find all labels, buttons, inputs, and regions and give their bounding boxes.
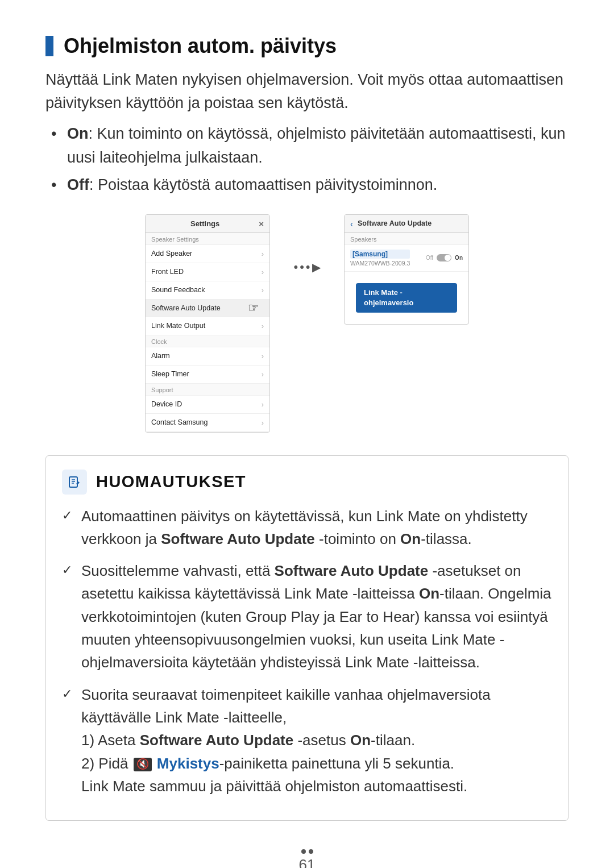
intro-text: Näyttää Link Maten nykyisen ohjelmaversi… <box>45 68 569 114</box>
bullet-on-label: On <box>67 125 89 142</box>
settings-item-label: Software Auto Update <box>151 304 221 312</box>
settings-item-label: Alarm <box>151 352 170 360</box>
settings-item-label: Sound Feedback <box>151 286 205 294</box>
toggle-off-label: Off <box>426 255 433 261</box>
hand-pointer-icon: ☞ <box>248 301 259 315</box>
settings-item-label: Device ID <box>151 400 182 408</box>
note-text: Suorita seuraavat toimenpiteet kaikille … <box>81 686 491 795</box>
update-device-info: [Samsung] WAM270WWB-2009.3 <box>350 250 410 267</box>
settings-speaker-section: Speaker Settings <box>146 233 269 245</box>
toggle-on-label: On <box>455 255 463 261</box>
back-button[interactable]: ‹ <box>350 219 353 229</box>
update-device-row: [Samsung] WAM270WWB-2009.3 Off On <box>345 245 468 272</box>
chevron-right-icon: › <box>262 352 264 360</box>
page-footer: 61 <box>45 849 569 868</box>
arrow-connector: • • • ▶ <box>287 214 327 275</box>
link-mate-tooltip: Link Mate -ohjelmaversio <box>356 283 457 313</box>
settings-item-contact-samsung[interactable]: Contact Samsung › <box>146 414 269 432</box>
note-bold: On <box>419 585 439 602</box>
notes-title: HUOMAUTUKSET <box>96 472 246 491</box>
chevron-right-icon: › <box>262 268 264 276</box>
chevron-right-icon: › <box>262 250 264 258</box>
settings-close-button[interactable]: × <box>259 219 264 229</box>
bullet-off-label: Off <box>67 176 89 193</box>
settings-item-alarm[interactable]: Alarm › <box>146 347 269 366</box>
page-number: 61 <box>299 856 316 868</box>
note-item-1: Automaattinen päivitys on käytettävissä,… <box>62 505 552 551</box>
notes-icon <box>62 470 87 495</box>
section-heading: Ohjelmiston autom. päivitys <box>45 34 569 58</box>
tooltip-container: Link Mate -ohjelmaversio <box>345 272 468 324</box>
settings-item-label: Front LED <box>151 268 184 276</box>
settings-item-front-led[interactable]: Front LED › <box>146 263 269 281</box>
settings-item-label: Add Speaker <box>151 250 192 258</box>
heading-bar <box>45 36 53 56</box>
settings-item-label: Link Mate Output <box>151 322 205 330</box>
note-text: Suosittelemme vahvasti, että Software Au… <box>81 562 551 671</box>
svg-rect-0 <box>69 477 77 487</box>
note-item-2: Suosittelemme vahvasti, että Software Au… <box>62 559 552 674</box>
bullet-item-on: On: Kun toiminto on käytössä, ohjelmisto… <box>51 122 569 170</box>
dot1: • <box>293 260 298 275</box>
device-name: [Samsung] <box>350 250 410 259</box>
update-panel: ‹ Software Auto Update Speakers [Samsung… <box>344 214 469 325</box>
dot2: • <box>300 260 304 275</box>
page-dot-1 <box>301 849 306 854</box>
settings-panel-title: Settings <box>151 219 259 228</box>
settings-panel: Settings × Speaker Settings Add Speaker … <box>145 214 270 433</box>
screenshots-row: Settings × Speaker Settings Add Speaker … <box>45 214 569 433</box>
settings-support-section: Support <box>146 384 269 396</box>
bullet-off-text: : Poistaa käytöstä automaattisen päivity… <box>89 176 437 193</box>
device-version: WAM270WWB-2009.3 <box>350 260 410 267</box>
toggle-switch[interactable] <box>437 254 451 261</box>
settings-item-add-speaker[interactable]: Add Speaker › <box>146 245 269 263</box>
settings-item-sound-feedback[interactable]: Sound Feedback › <box>146 281 269 300</box>
chevron-right-icon: › <box>262 370 264 379</box>
note-item-3: Suorita seuraavat toimenpiteet kaikille … <box>62 683 552 798</box>
page-dots <box>45 849 569 854</box>
mute-icon: 🔇 <box>134 758 152 771</box>
toggle-knob <box>445 255 451 261</box>
notes-list: Automaattinen päivitys on käytettävissä,… <box>62 505 552 798</box>
settings-item-label: Contact Samsung <box>151 418 208 426</box>
bullet-item-off: Off: Poistaa käytöstä automaattisen päiv… <box>51 173 569 197</box>
notes-header: HUOMAUTUKSET <box>62 470 552 495</box>
update-speakers-label: Speakers <box>345 233 468 245</box>
settings-panel-header: Settings × <box>146 215 269 233</box>
note-bold: Software Auto Update <box>140 732 294 749</box>
settings-item-label: Sleep Timer <box>151 370 189 378</box>
page-dot-2 <box>309 849 313 854</box>
note-bold: On <box>400 530 421 547</box>
dot3: • <box>306 260 310 275</box>
page-title: Ohjelmiston autom. päivitys <box>64 34 337 58</box>
arrow-right-icon: ▶ <box>312 260 321 274</box>
bullet-list: On: Kun toiminto on käytössä, ohjelmisto… <box>45 122 569 197</box>
settings-item-sleep-timer[interactable]: Sleep Timer › <box>146 366 269 384</box>
chevron-right-icon: › <box>262 322 264 330</box>
note-bold: On <box>350 732 371 749</box>
notes-section: HUOMAUTUKSET Automaattinen päivitys on k… <box>45 455 569 821</box>
note-bold: Software Auto Update <box>275 562 429 579</box>
toggle-area[interactable]: Off On <box>426 254 463 261</box>
note-text: Automaattinen päivitys on käytettävissä,… <box>81 508 528 547</box>
chevron-right-icon: › <box>262 400 264 409</box>
chevron-right-icon: › <box>262 418 264 427</box>
update-panel-header: ‹ Software Auto Update <box>345 215 468 233</box>
settings-item-software-update[interactable]: Software Auto Update ☞ <box>146 300 269 317</box>
settings-item-device-id[interactable]: Device ID › <box>146 396 269 414</box>
arrow-dots: • • • ▶ <box>293 260 320 275</box>
mykistys-link: Mykistys <box>157 755 219 772</box>
settings-clock-section: Clock <box>146 335 269 347</box>
note-bold: Software Auto Update <box>161 530 315 547</box>
settings-item-link-mate-output[interactable]: Link Mate Output › <box>146 317 269 335</box>
update-panel-title: Software Auto Update <box>358 219 432 227</box>
bullet-on-text: : Kun toiminto on käytössä, ohjelmisto p… <box>67 125 565 166</box>
chevron-right-icon: › <box>262 286 264 294</box>
